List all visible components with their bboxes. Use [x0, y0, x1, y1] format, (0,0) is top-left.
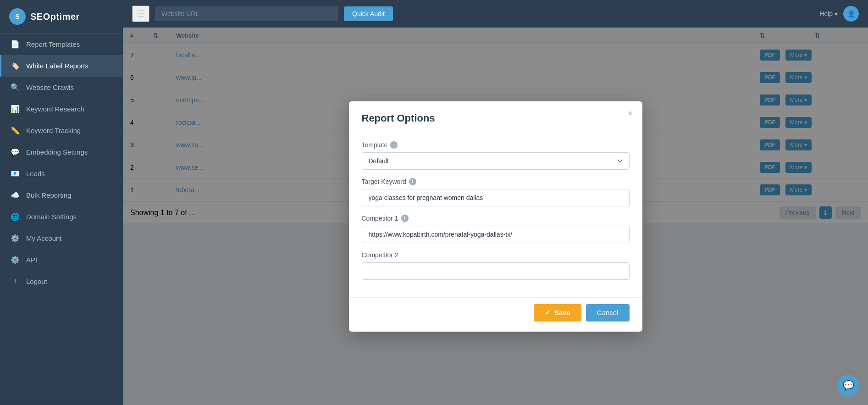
report-templates-icon: 📄: [11, 40, 20, 49]
sidebar-item-label: Leads: [26, 170, 45, 178]
content-area: # ⇅ Website ⇅ ⇅ 7 localra... PDF More: [123, 28, 868, 405]
sidebar-item-white-label-reports[interactable]: 🏷️ White Label Reports: [0, 55, 123, 77]
competitor1-input[interactable]: [362, 226, 630, 243]
modal-title: Report Options: [362, 112, 630, 124]
cancel-button[interactable]: Cancel: [586, 304, 630, 322]
help-dropdown[interactable]: Help ▾: [819, 10, 838, 17]
hamburger-button[interactable]: ☰: [132, 6, 149, 22]
sidebar-item-keyword-tracking[interactable]: ✏️ Keyword Tracking: [0, 120, 123, 141]
url-input[interactable]: [155, 6, 338, 21]
sidebar-item-label: Domain Settings: [26, 213, 77, 221]
sidebar-item-label: Keyword Tracking: [26, 127, 81, 134]
competitor1-label: Competitor 1 i: [362, 215, 630, 222]
modal-body: Template i Default Target Keyword i: [349, 132, 642, 297]
sidebar-item-label: Logout: [26, 277, 47, 285]
target-keyword-info-icon[interactable]: i: [409, 178, 416, 185]
help-label: Help ▾: [819, 10, 838, 17]
api-icon: ⚙️: [11, 255, 20, 264]
competitor1-info-icon[interactable]: i: [401, 215, 409, 222]
template-group: Template i Default: [362, 141, 630, 170]
sidebar-item-my-account[interactable]: ⚙️ My Account: [0, 227, 123, 249]
sidebar-logo[interactable]: S SEOptimer: [0, 0, 123, 33]
embedding-settings-icon: 💬: [11, 148, 20, 156]
sidebar-item-label: Bulk Reporting: [26, 191, 71, 199]
sidebar-item-bulk-reporting[interactable]: ☁️ Bulk Reporting: [0, 184, 123, 206]
template-select[interactable]: Default: [362, 152, 630, 170]
target-keyword-group: Target Keyword i: [362, 178, 630, 206]
my-account-icon: ⚙️: [11, 234, 20, 243]
website-crawls-icon: 🔍: [11, 83, 20, 92]
sidebar-item-leads[interactable]: 📧 Leads: [0, 163, 123, 184]
target-keyword-input[interactable]: [362, 189, 630, 206]
modal-overlay[interactable]: Report Options × Template i Default: [123, 28, 868, 405]
sidebar-item-label: White Label Reports: [26, 62, 88, 70]
sidebar-item-domain-settings[interactable]: 🌐 Domain Settings: [0, 206, 123, 227]
save-checkmark-icon: ✓: [545, 309, 551, 317]
leads-icon: 📧: [11, 169, 20, 178]
sidebar-item-label: My Account: [26, 234, 62, 242]
bulk-reporting-icon: ☁️: [11, 191, 20, 200]
keyword-tracking-icon: ✏️: [11, 126, 20, 135]
sidebar-item-api[interactable]: ⚙️ API: [0, 249, 123, 271]
sidebar-item-embedding-settings[interactable]: 💬 Embedding Settings: [0, 141, 123, 163]
sidebar-item-website-crawls[interactable]: 🔍 Website Crawls: [0, 77, 123, 98]
template-label: Template i: [362, 141, 630, 149]
sidebar-item-report-templates[interactable]: 📄 Report Templates: [0, 33, 123, 55]
topbar: ☰ Quick Audit Help ▾ 👤: [123, 0, 868, 28]
sidebar-item-label: Website Crawls: [26, 83, 74, 91]
sidebar-item-label: Report Templates: [26, 40, 80, 48]
target-keyword-label: Target Keyword i: [362, 178, 630, 185]
white-label-icon: 🏷️: [11, 61, 20, 70]
chat-bubble[interactable]: 💬: [838, 375, 859, 396]
sidebar-item-label: Embedding Settings: [26, 148, 88, 156]
sidebar-item-logout[interactable]: ↑ Logout: [0, 271, 123, 292]
main-content: ☰ Quick Audit Help ▾ 👤 # ⇅ Website ⇅ ⇅: [123, 0, 868, 405]
keyword-research-icon: 📊: [11, 105, 20, 113]
logo-text: SEOptimer: [30, 11, 80, 22]
template-info-icon[interactable]: i: [390, 141, 398, 149]
user-avatar[interactable]: 👤: [843, 6, 859, 22]
competitor2-label: Competitor 2: [362, 251, 630, 259]
modal-header: Report Options ×: [349, 101, 642, 132]
sidebar-item-keyword-research[interactable]: 📊 Keyword Research: [0, 98, 123, 120]
modal-footer: ✓ Save Cancel: [349, 297, 642, 332]
competitor2-group: Competitor 2: [362, 251, 630, 280]
quick-audit-button[interactable]: Quick Audit: [344, 6, 393, 21]
chat-icon: 💬: [843, 380, 854, 391]
competitor2-input[interactable]: [362, 262, 630, 280]
domain-settings-icon: 🌐: [11, 212, 20, 221]
sidebar-item-label: Keyword Research: [26, 105, 84, 113]
modal-close-button[interactable]: ×: [628, 109, 633, 118]
sidebar-item-label: API: [26, 256, 37, 264]
sidebar: S SEOptimer 📄 Report Templates 🏷️ White …: [0, 0, 123, 405]
save-button[interactable]: ✓ Save: [534, 304, 581, 322]
logout-icon: ↑: [11, 277, 20, 285]
report-options-modal: Report Options × Template i Default: [349, 101, 642, 332]
logo-icon: S: [9, 8, 26, 25]
competitor1-group: Competitor 1 i: [362, 215, 630, 243]
